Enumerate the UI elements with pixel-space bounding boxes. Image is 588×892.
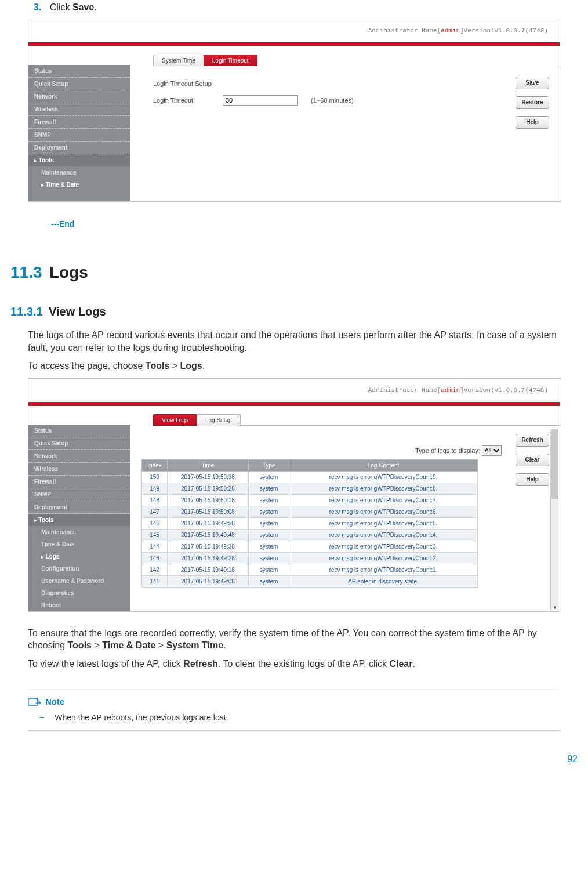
paragraph-1: The logs of the AP record various events… [28,329,560,354]
sidebar-subitem-maintenance[interactable]: Maintenance [28,166,130,179]
help-button[interactable]: Help [516,116,549,129]
table-cell: recv msg is error gWTPDiscoveryCount:5. [289,517,478,529]
sidebar-item-quick-setup[interactable]: Quick Setup [28,437,130,450]
sidebar-item-status[interactable]: Status [28,65,130,78]
table-cell: 147 [142,506,168,517]
table-cell: 2017-05-15 19:49:28 [168,552,249,564]
tabs: View Logs Log Setup [153,413,560,426]
note-item: −When the AP reboots, the previous logs … [39,713,560,722]
table-cell: system [249,529,289,541]
table-cell: recv msg is error gWTPDiscoveryCount:2. [289,552,478,564]
subheading-number: 11.3.1 [10,305,43,318]
heading-number: 11.3 [10,263,42,281]
sidebar-item-tools[interactable]: Tools [28,514,130,526]
login-timeout-hint: (1~60 minutes) [311,97,354,104]
table-row: 1432017-05-15 19:49:28systemrecv msg is … [142,552,478,564]
sidebar-item-quick-setup[interactable]: Quick Setup [28,78,130,90]
table-cell: 2017-05-15 19:50:28 [168,483,249,494]
sidebar-item-deployment[interactable]: Deployment [28,501,130,514]
table-cell: 2017-05-15 19:49:48 [168,529,249,541]
sidebar-item-firewall[interactable]: Firewall [28,116,130,129]
filter-select[interactable]: All [482,445,502,456]
app-topbar: Administrator Name[admin]Version:V1.0.0.… [28,379,560,402]
page-number: 92 [10,754,578,764]
paragraph-3: To ensure that the logs are recorded cor… [28,627,560,652]
topbar-prefix: Administrator Name[ [368,387,441,394]
topbar-suffix: ]Version:V1.0.0.7(4748) [460,27,548,34]
table-row: 1502017-05-15 19:50:38systemrecv msg is … [142,471,478,483]
table-cell: 145 [142,529,168,541]
table-cell: recv msg is error gWTPDiscoveryCount:6. [289,506,478,517]
table-cell: 150 [142,471,168,483]
save-button[interactable]: Save [516,77,549,89]
heading-11-3: 11.3 Logs [10,263,578,282]
table-cell: 2017-05-15 19:50:38 [168,471,249,483]
sidebar-subitem-configuration[interactable]: Configuration [28,563,130,575]
topbar-prefix: Administrator Name[ [368,27,441,34]
table-row: 1482017-05-15 19:50:18systemrecv msg is … [142,494,478,506]
table-cell: 146 [142,517,168,529]
login-timeout-label: Login Timeout: [153,97,223,104]
table-cell: 142 [142,564,168,575]
table-cell: system [249,494,289,506]
table-cell: system [249,517,289,529]
table-row: 1472017-05-15 19:50:08systemrecv msg is … [142,506,478,517]
sidebar-item-snmp[interactable]: SNMP [28,488,130,501]
login-timeout-input[interactable] [223,95,298,106]
table-cell: recv msg is error gWTPDiscoveryCount:3. [289,541,478,552]
heading-11-3-1: 11.3.1 View Logs [10,305,578,318]
topbar-admin: admin [441,27,460,34]
sidebar-item-tools[interactable]: Tools [28,154,130,166]
table-cell: recv msg is error gWTPDiscoveryCount:7. [289,494,478,506]
refresh-button[interactable]: Refresh [516,434,549,447]
sidebar-subitem-maintenance[interactable]: Maintenance [28,526,130,538]
th-content: Log Content [289,459,478,471]
tab-system-time[interactable]: System Time [153,55,204,66]
sidebar-subitem-diagnostics[interactable]: Diagnostics [28,587,130,599]
table-cell: system [249,541,289,552]
table-row: 1452017-05-15 19:49:48systemrecv msg is … [142,529,478,541]
th-time: Time [168,459,249,471]
topbar-suffix: ]Version:V1.0.0.7(4748) [460,387,548,394]
table-cell: AP enter in discovery state. [289,575,478,587]
sidebar-subitem-logs[interactable]: Logs [28,550,130,563]
sidebar-subitem-time-date[interactable]: Time & Date [28,179,130,191]
restore-button[interactable]: Restore [516,96,549,109]
sidebar-item-deployment[interactable]: Deployment [28,142,130,154]
sidebar: Status Quick Setup Network Wireless Fire… [28,46,130,201]
table-cell: system [249,471,289,483]
table-cell: 2017-05-15 19:50:18 [168,494,249,506]
sidebar-subitem-time-date[interactable]: Time & Date [28,538,130,550]
tab-view-logs[interactable]: View Logs [153,414,197,426]
note-box: Note −When the AP reboots, the previous … [28,688,560,731]
filter-label: Type of logs to display: [415,447,480,454]
sidebar-subitem-username-password[interactable]: Username & Password [28,575,130,587]
sidebar-item-snmp[interactable]: SNMP [28,129,130,142]
table-cell: 2017-05-15 19:49:18 [168,564,249,575]
table-cell: system [249,564,289,575]
scrollbar[interactable]: ▲ ▼ [550,429,558,611]
sidebar-subitem-reboot[interactable]: Reboot [28,599,130,611]
step-text-tail: . [94,2,96,12]
step-number: 3. [34,2,41,12]
clear-button[interactable]: Clear [516,454,549,466]
tab-log-setup[interactable]: Log Setup [197,414,241,426]
sidebar-item-status[interactable]: Status [28,425,130,437]
step-text-bold: Save [72,2,94,12]
table-row: 1492017-05-15 19:50:28systemrecv msg is … [142,483,478,494]
sidebar-item-wireless[interactable]: Wireless [28,103,130,116]
table-cell: 2017-05-15 19:49:08 [168,575,249,587]
table-cell: recv msg is error gWTPDiscoveryCount:4. [289,529,478,541]
scroll-thumb[interactable] [551,429,558,499]
sidebar-item-wireless[interactable]: Wireless [28,463,130,476]
table-cell: system [249,483,289,494]
sidebar-item-firewall[interactable]: Firewall [28,476,130,488]
sidebar-item-network[interactable]: Network [28,90,130,103]
scroll-down-icon[interactable]: ▼ [551,604,558,611]
help-button[interactable]: Help [516,473,549,486]
table-row: 1422017-05-15 19:49:18systemrecv msg is … [142,564,478,575]
table-cell: 148 [142,494,168,506]
sidebar-item-network[interactable]: Network [28,450,130,463]
end-marker: ---End [51,219,578,229]
tab-login-timeout[interactable]: Login Timeout [204,55,257,66]
